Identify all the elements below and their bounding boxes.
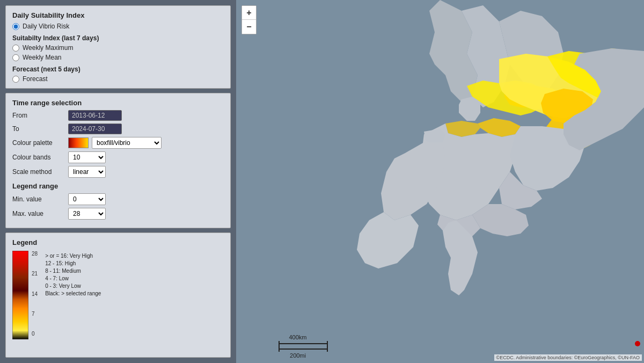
tick-7: 7 — [32, 311, 38, 317]
to-label: To — [12, 125, 66, 133]
weekly-group: Weekly Maximum Weekly Mean — [12, 44, 224, 61]
settings-panel: Time range selection From To Colour pale… — [5, 93, 231, 228]
svg-text:200mi: 200mi — [290, 352, 306, 359]
from-label: From — [12, 112, 66, 119]
zoom-out-button[interactable]: − — [242, 20, 256, 34]
scale-method-row: Scale method linear — [12, 166, 224, 178]
colour-bands-label: Colour bands — [12, 154, 66, 161]
colour-bands-row: Colour bands 10 — [12, 151, 224, 163]
forecast-option[interactable]: Forecast — [12, 75, 224, 83]
weekly-mean-label: Weekly Mean — [23, 54, 61, 61]
legend-labels: > or = 16: Very High 12 - 15: High 8 - 1… — [45, 253, 101, 296]
colour-palette-select[interactable]: boxfill/vibrio — [92, 137, 162, 149]
map-area: 400km 200mi + − ©ECDC. Administrative bo… — [236, 0, 644, 363]
from-date-input[interactable] — [68, 110, 122, 121]
scale-method-select[interactable]: linear — [68, 166, 106, 178]
zoom-in-button[interactable]: + — [242, 6, 256, 20]
svg-point-2 — [635, 341, 640, 346]
legend-title: Legend — [12, 238, 224, 246]
weekly-max-label: Weekly Maximum — [23, 44, 73, 52]
weekly-mean-radio[interactable] — [12, 54, 19, 61]
daily-vibrio-label: Daily Vibrio Risk — [23, 23, 69, 30]
legend-item-0: > or = 16: Very High — [45, 253, 101, 259]
legend-colorbar — [12, 251, 28, 339]
tick-0: 0 — [32, 331, 38, 337]
legend-ticks: 28 21 14 7 0 — [31, 251, 39, 337]
daily-vibrio-radio[interactable] — [12, 23, 19, 30]
tick-28: 28 — [32, 251, 38, 257]
legend-range-title: Legend range — [12, 182, 224, 190]
time-range-title: Time range selection — [12, 99, 224, 107]
legend-item-2: 8 - 11: Medium — [45, 268, 101, 274]
weekly-max-option[interactable]: Weekly Maximum — [12, 44, 224, 52]
colour-bands-select[interactable]: 10 — [68, 151, 106, 163]
to-date-input[interactable] — [68, 124, 122, 134]
legend-content: 28 21 14 7 0 > or = 16: Very High 12 - 1… — [12, 251, 224, 339]
suitability-title: Daily Suitability Index — [12, 11, 224, 19]
palette-preview: boxfill/vibrio — [68, 137, 162, 149]
min-value-select[interactable]: 0 — [68, 193, 106, 205]
min-value-row: Min. value 0 — [12, 193, 224, 205]
max-value-label: Max. value — [12, 210, 66, 217]
legend-item-3: 4 - 7: Low — [45, 275, 101, 281]
map-svg: 400km 200mi — [236, 0, 644, 363]
scale-method-label: Scale method — [12, 168, 66, 176]
tick-21: 21 — [32, 271, 38, 277]
forecast-label: Forecast — [23, 75, 48, 83]
legend-item-4: 0 - 3: Very Low — [45, 283, 101, 289]
weekly-mean-option[interactable]: Weekly Mean — [12, 54, 224, 61]
weekly-subtitle: Suitabilty Index (last 7 days) — [12, 34, 224, 42]
daily-vibrio-option[interactable]: Daily Vibrio Risk — [12, 23, 224, 30]
min-value-label: Min. value — [12, 195, 66, 203]
legend-item-1: 12 - 15: High — [45, 260, 101, 266]
tick-14: 14 — [32, 291, 38, 297]
colour-palette-label: Colour palette — [12, 139, 66, 147]
map-container: 400km 200mi + − ©ECDC. Administrative bo… — [236, 0, 644, 363]
left-panel: Daily Suitability Index Daily Vibrio Ris… — [0, 0, 236, 363]
to-row: To — [12, 124, 224, 134]
forecast-radio[interactable] — [12, 76, 19, 83]
daily-vibrio-group: Daily Vibrio Risk — [12, 23, 224, 30]
suitability-index-panel: Daily Suitability Index Daily Vibrio Ris… — [5, 5, 231, 89]
palette-swatch — [68, 137, 89, 148]
max-value-select[interactable]: 28 — [68, 208, 106, 220]
from-row: From — [12, 110, 224, 121]
forecast-group: Forecast — [12, 75, 224, 83]
max-value-row: Max. value 28 — [12, 208, 224, 220]
legend-item-5: Black: > selected range — [45, 291, 101, 296]
svg-text:400km: 400km — [289, 334, 306, 340]
map-zoom-controls: + − — [241, 5, 257, 34]
svg-rect-0 — [12, 251, 28, 339]
forecast-subtitle: Forecast (next 5 days) — [12, 66, 224, 73]
weekly-max-radio[interactable] — [12, 45, 19, 52]
legend-panel: Legend — [5, 233, 231, 358]
colour-palette-row: Colour palette boxfill/vibrio — [12, 137, 224, 149]
map-attribution: ©ECDC. Administrative boundaries: ©EuroG… — [494, 354, 642, 361]
